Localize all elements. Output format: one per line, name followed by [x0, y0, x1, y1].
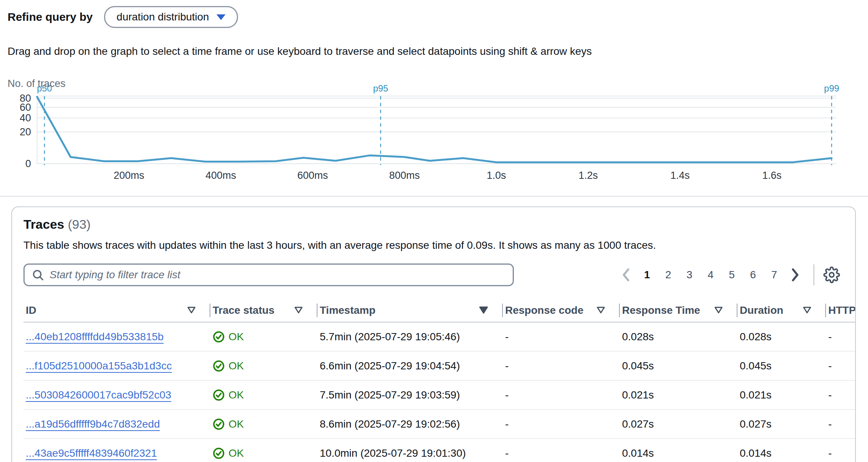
- response-time-cell: 0.014s: [620, 439, 737, 462]
- trace-status-cell: OK: [210, 439, 317, 462]
- table-header-row: ID Trace status Timestamp Response code: [23, 299, 856, 322]
- traces-title: Traces (93): [23, 217, 844, 232]
- status-ok-icon: [213, 331, 225, 343]
- timestamp-cell: 5.7min (2025-07-29 19:05:46): [317, 322, 503, 351]
- percentile-label-p95: p95: [373, 83, 388, 93]
- traces-panel: Traces (93) This table shows traces with…: [11, 206, 856, 462]
- status-text: OK: [229, 360, 244, 372]
- status-badge: OK: [213, 447, 317, 459]
- page-button-7[interactable]: 7: [764, 264, 785, 285]
- traces-title-text: Traces: [23, 217, 64, 231]
- y-axis-title: No. of traces: [8, 78, 65, 89]
- trace-id-cell: ...f105d2510000a155a3b1d3cc: [23, 351, 210, 380]
- filter-icon[interactable]: [596, 306, 605, 314]
- x-axis-title: Latency: [800, 189, 836, 191]
- response-code-cell: -: [503, 409, 620, 439]
- trace-id-link[interactable]: ...f105d2510000a155a3b1d3cc: [26, 360, 172, 372]
- page-button-1[interactable]: 1: [636, 264, 658, 285]
- trace-status-cell: OK: [210, 322, 317, 351]
- status-badge: OK: [213, 331, 317, 343]
- search-icon: [32, 269, 44, 281]
- refine-dropdown-value: duration distribution: [117, 11, 209, 23]
- duration-cell: 0.027s: [737, 409, 826, 439]
- trace-id-link[interactable]: ...40eb1208ffffdd49b533815b: [26, 331, 163, 343]
- filter-icon[interactable]: [714, 306, 723, 314]
- traces-table-body: ...40eb1208ffffdd49b533815bOK5.7min (202…: [23, 322, 856, 462]
- timestamp-cell: 10.0min (2025-07-29 19:01:30): [317, 439, 503, 462]
- latency-chart[interactable]: 806040200200ms400ms600ms800ms1.0s1.2s1.4…: [0, 77, 868, 191]
- http-method-cell: -: [826, 439, 856, 462]
- trace-status-cell: OK: [210, 351, 317, 380]
- table-settings-button[interactable]: [822, 265, 842, 285]
- timestamp-cell: 7.5min (2025-07-29 19:03:59): [317, 380, 503, 409]
- trace-id-link[interactable]: ...5030842600017cac9bf52c03: [26, 389, 171, 401]
- trace-id-cell: ...5030842600017cac9bf52c03: [23, 380, 210, 409]
- filter-icon[interactable]: [187, 306, 196, 314]
- pagination: 1 2 3 4 5 6 7: [615, 264, 842, 285]
- trace-id-link[interactable]: ...43ae9c5fffff4839460f2321: [26, 447, 157, 459]
- trace-id-cell: ...40eb1208ffffdd49b533815b: [23, 322, 210, 351]
- page-button-2[interactable]: 2: [658, 264, 679, 285]
- refine-dropdown[interactable]: duration distribution: [104, 6, 238, 28]
- http-method-cell: -: [826, 351, 856, 380]
- http-method-cell: -: [826, 322, 856, 351]
- traces-count-badge: (93): [68, 217, 90, 231]
- y-tick-label: 40: [20, 112, 31, 124]
- response-time-cell: 0.028s: [620, 322, 737, 351]
- filter-icon[interactable]: [294, 306, 303, 314]
- x-tick-label: 400ms: [205, 170, 236, 181]
- status-badge: OK: [213, 389, 317, 401]
- x-tick-label: 1.2s: [579, 170, 598, 181]
- status-text: OK: [229, 389, 244, 401]
- trace-id-cell: ...43ae9c5fffff4839460f2321: [23, 439, 210, 462]
- y-tick-label: 20: [20, 126, 31, 138]
- trace-status-cell: OK: [210, 380, 317, 409]
- status-badge: OK: [213, 418, 317, 430]
- duration-cell: 0.021s: [737, 380, 826, 409]
- column-header-duration[interactable]: Duration: [737, 299, 826, 322]
- chart-instruction-text: Drag and drop on the graph to select a t…: [8, 45, 860, 57]
- refine-query-label: Refine query by: [8, 11, 93, 23]
- page-button-6[interactable]: 6: [742, 264, 764, 285]
- column-header-response-code[interactable]: Response code: [503, 299, 620, 322]
- y-tick-label: 60: [20, 102, 31, 113]
- column-header-timestamp[interactable]: Timestamp: [317, 299, 503, 322]
- filter-icon-active[interactable]: [479, 306, 488, 315]
- page-button-3[interactable]: 3: [679, 264, 700, 285]
- table-row: ...43ae9c5fffff4839460f2321OK10.0min (20…: [23, 439, 856, 462]
- page-button-5[interactable]: 5: [721, 264, 742, 285]
- x-tick-label: 1.0s: [487, 170, 506, 181]
- traces-table-container: ID Trace status Timestamp Response code: [23, 299, 856, 462]
- trace-id-link[interactable]: ...a19d56dfffff9b4c7d832edd: [26, 418, 160, 430]
- gear-icon: [823, 267, 840, 283]
- status-text: OK: [229, 447, 244, 459]
- column-header-id[interactable]: ID: [23, 299, 210, 322]
- trace-filter-search: [23, 264, 514, 286]
- y-tick-label: 0: [25, 158, 31, 169]
- x-tick-label: 800ms: [389, 170, 420, 181]
- response-code-cell: -: [503, 380, 620, 409]
- refine-query-bar: Refine query by duration distribution: [8, 6, 868, 28]
- timestamp-cell: 6.6min (2025-07-29 19:04:54): [317, 351, 503, 380]
- previous-page-button[interactable]: [615, 264, 636, 285]
- table-row: ...5030842600017cac9bf52c03OK7.5min (202…: [23, 380, 856, 409]
- http-method-cell: -: [826, 409, 856, 439]
- response-code-cell: -: [503, 351, 620, 380]
- duration-cell: 0.014s: [737, 439, 826, 462]
- column-header-trace-status[interactable]: Trace status: [210, 299, 317, 322]
- chevron-right-icon: [791, 268, 800, 282]
- filter-icon[interactable]: [803, 306, 812, 314]
- trace-filter-input[interactable]: [23, 264, 514, 286]
- column-header-http-method[interactable]: HTTP Me: [826, 299, 856, 322]
- trace-id-cell: ...a19d56dfffff9b4c7d832edd: [23, 409, 210, 439]
- x-tick-label: 200ms: [114, 170, 144, 181]
- page-button-4[interactable]: 4: [700, 264, 721, 285]
- status-ok-icon: [213, 389, 225, 401]
- response-code-cell: -: [503, 439, 620, 462]
- next-page-button[interactable]: [785, 264, 806, 285]
- trace-count-line: [37, 97, 832, 162]
- table-toolbar: 1 2 3 4 5 6 7: [23, 264, 842, 286]
- status-ok-icon: [213, 360, 225, 372]
- column-header-response-time[interactable]: Response Time: [620, 299, 737, 322]
- latency-distribution-chart: 806040200200ms400ms600ms800ms1.0s1.2s1.4…: [0, 77, 868, 191]
